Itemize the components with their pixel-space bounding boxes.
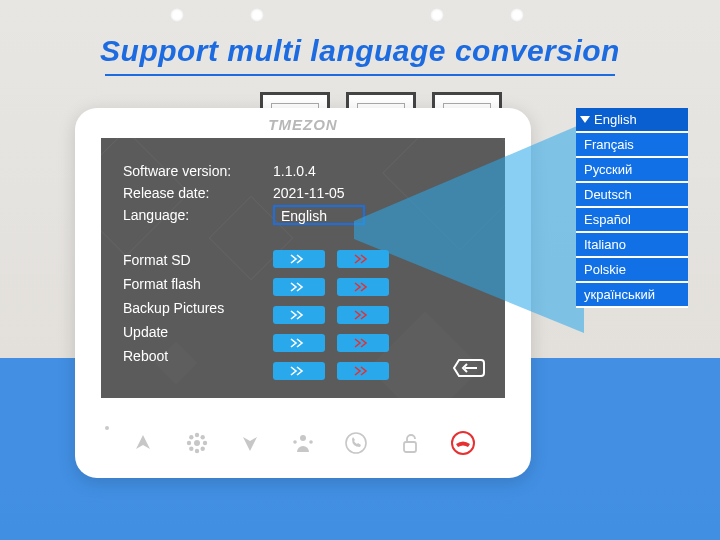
language-options-list: English Français Русский Deutsch Español… — [576, 108, 688, 308]
cmd-reboot-label: Reboot — [123, 344, 273, 368]
language-option-label: Español — [584, 207, 631, 232]
cmd-format-flash-alt-button[interactable] — [337, 278, 389, 296]
nav-down-button[interactable] — [235, 428, 265, 458]
svg-point-6 — [189, 435, 193, 439]
language-option-label: український — [584, 282, 655, 307]
nav-up-button[interactable] — [128, 428, 158, 458]
command-buttons — [273, 248, 389, 386]
svg-point-2 — [194, 433, 198, 437]
language-option-english[interactable]: English — [576, 108, 688, 133]
svg-point-9 — [200, 447, 204, 451]
svg-point-11 — [293, 440, 297, 444]
language-label: Language: — [123, 207, 273, 223]
door-unlock-button[interactable] — [395, 428, 425, 458]
svg-point-3 — [194, 449, 198, 453]
headline-underline — [105, 74, 615, 76]
cmd-format-flash-label: Format flash — [123, 272, 273, 296]
language-option-label: Polskie — [584, 257, 626, 282]
command-labels: Format SD Format flash Backup Pictures U… — [123, 248, 273, 386]
cmd-backup-run-button[interactable] — [273, 306, 325, 324]
svg-point-5 — [202, 441, 206, 445]
svg-point-13 — [346, 433, 366, 453]
intercom-transfer-button[interactable] — [288, 428, 318, 458]
ceiling-lights-decor — [0, 8, 720, 28]
svg-point-4 — [186, 441, 190, 445]
cmd-format-sd-alt-button[interactable] — [337, 250, 389, 268]
hardware-touch-bar — [75, 414, 531, 478]
cmd-reboot-run-button[interactable] — [273, 362, 325, 380]
hangup-button[interactable] — [448, 428, 478, 458]
cmd-format-flash-run-button[interactable] — [273, 278, 325, 296]
cmd-backup-alt-button[interactable] — [337, 306, 389, 324]
software-version-value: 1.1.0.4 — [273, 163, 316, 179]
software-version-label: Software version: — [123, 163, 273, 179]
settings-screen: Software version: 1.1.0.4 Release date: … — [101, 138, 505, 398]
language-option-italiano[interactable]: Italiano — [576, 233, 688, 258]
svg-rect-14 — [404, 442, 416, 452]
language-option-francais[interactable]: Français — [576, 133, 688, 158]
dropdown-caret-icon — [580, 116, 590, 123]
language-select[interactable]: English — [273, 205, 365, 225]
device-info: Software version: 1.1.0.4 Release date: … — [123, 160, 483, 226]
svg-point-8 — [189, 447, 193, 451]
cmd-reboot-alt-button[interactable] — [337, 362, 389, 380]
settings-gear-button[interactable] — [182, 428, 212, 458]
cmd-format-sd-label: Format SD — [123, 248, 273, 272]
release-date-label: Release date: — [123, 185, 273, 201]
intercom-monitor: TMEZON Software version: 1.1.0.4 Release… — [75, 108, 531, 478]
back-button[interactable] — [453, 355, 487, 384]
language-option-label: Русский — [584, 157, 632, 182]
language-option-ukrainskyi[interactable]: український — [576, 283, 688, 308]
svg-point-10 — [300, 435, 306, 441]
language-option-deutsch[interactable]: Deutsch — [576, 183, 688, 208]
language-option-russkiy[interactable]: Русский — [576, 158, 688, 183]
cmd-update-alt-button[interactable] — [337, 334, 389, 352]
svg-point-1 — [194, 440, 200, 446]
release-date-value: 2021-11-05 — [273, 185, 345, 201]
language-option-espanol[interactable]: Español — [576, 208, 688, 233]
cmd-backup-pictures-label: Backup Pictures — [123, 296, 273, 320]
call-answer-button[interactable] — [341, 428, 371, 458]
cmd-update-run-button[interactable] — [273, 334, 325, 352]
cmd-update-label: Update — [123, 320, 273, 344]
language-option-label: Italiano — [584, 232, 626, 257]
language-option-label: Deutsch — [584, 182, 632, 207]
svg-point-12 — [309, 440, 313, 444]
cmd-format-sd-run-button[interactable] — [273, 250, 325, 268]
product-feature-slide: Support multi language conversion TMEZON… — [0, 0, 720, 540]
language-option-label: English — [594, 107, 637, 132]
brand-logo: TMEZON — [268, 116, 337, 133]
svg-point-7 — [200, 435, 204, 439]
language-option-polskie[interactable]: Polskie — [576, 258, 688, 283]
headline: Support multi language conversion — [100, 34, 620, 68]
language-option-label: Français — [584, 132, 634, 157]
